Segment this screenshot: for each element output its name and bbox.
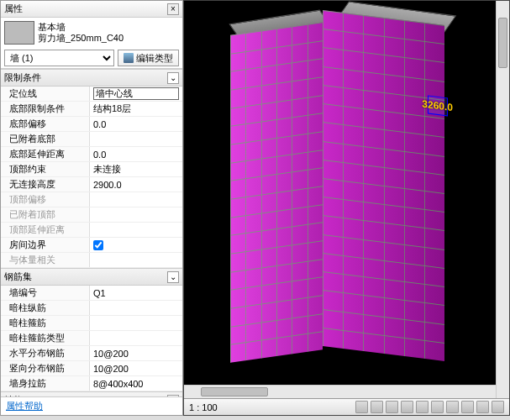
help-link[interactable]: 属性帮助 — [1, 396, 182, 415]
property-label: 暗柱箍筋类型 — [1, 331, 90, 345]
property-input[interactable] — [93, 195, 179, 205]
section-header[interactable]: 限制条件⌄ — [1, 69, 182, 87]
type-selector[interactable]: 基本墙 剪力墙_250mm_C40 — [1, 18, 182, 48]
property-label: 已附着顶部 — [1, 207, 90, 222]
property-row: 已附着顶部 — [1, 207, 182, 223]
property-row: 定位线 — [1, 87, 182, 102]
model-3d: 3260.0 — [213, 13, 488, 390]
property-value[interactable] — [90, 346, 182, 360]
property-input[interactable] — [93, 165, 179, 175]
property-label: 定位线 — [1, 87, 90, 101]
edit-type-button[interactable]: 编辑类型 — [118, 50, 179, 66]
expand-icon[interactable]: ⌄ — [167, 271, 179, 283]
shadows-icon[interactable] — [401, 401, 413, 413]
property-label: 顶部约束 — [1, 162, 90, 176]
property-value[interactable] — [90, 132, 182, 146]
property-label: 暗柱箍筋 — [1, 316, 90, 330]
edit-type-icon — [124, 53, 134, 63]
property-input[interactable] — [93, 225, 179, 235]
rendering-icon[interactable] — [416, 401, 429, 413]
property-input[interactable] — [93, 364, 179, 374]
crop-region-icon[interactable] — [446, 401, 459, 413]
property-row: 暗柱纵筋 — [1, 301, 182, 316]
property-row: 水平分布钢筋 — [1, 346, 182, 361]
property-input[interactable] — [93, 134, 179, 144]
property-label: 与体量相关 — [1, 253, 90, 267]
property-value[interactable] — [90, 147, 182, 161]
property-value[interactable] — [90, 117, 182, 131]
property-input[interactable] — [93, 349, 179, 359]
property-input[interactable] — [93, 379, 179, 389]
property-value[interactable] — [90, 238, 182, 252]
property-value[interactable] — [90, 223, 182, 237]
lock-view-icon[interactable] — [461, 401, 474, 413]
panel-title: 属性 — [4, 3, 167, 15]
property-value[interactable] — [90, 316, 182, 330]
property-value[interactable] — [90, 177, 182, 192]
property-value[interactable] — [90, 192, 182, 207]
property-value[interactable] — [90, 361, 182, 375]
property-value[interactable] — [90, 253, 182, 267]
close-icon[interactable]: × — [167, 3, 179, 15]
property-label: 无连接高度 — [1, 177, 90, 192]
property-input[interactable] — [93, 150, 179, 160]
property-input[interactable] — [93, 119, 179, 129]
property-row: 暗柱箍筋类型 — [1, 331, 182, 346]
property-row: 竖向分布钢筋 — [1, 361, 182, 376]
property-input[interactable] — [93, 318, 179, 328]
property-input[interactable] — [93, 104, 179, 114]
property-value[interactable] — [90, 286, 182, 300]
view-control-icons — [355, 401, 504, 413]
property-input[interactable] — [93, 303, 179, 313]
reveal-hidden-icon[interactable] — [492, 401, 504, 413]
property-row: 墙编号 — [1, 286, 182, 301]
crop-view-icon[interactable] — [431, 401, 444, 413]
property-label: 水平分布钢筋 — [1, 346, 90, 360]
type-text: 基本墙 剪力墙_250mm_C40 — [38, 22, 179, 44]
property-label: 底部限制条件 — [1, 102, 90, 116]
property-value[interactable] — [90, 207, 182, 222]
property-value[interactable] — [90, 87, 182, 101]
property-label: 顶部偏移 — [1, 192, 90, 207]
property-value[interactable] — [90, 102, 182, 116]
temp-hide-icon[interactable] — [476, 401, 489, 413]
sun-path-icon[interactable] — [386, 401, 398, 413]
expand-icon[interactable]: ⌄ — [167, 72, 179, 84]
property-label: 竖向分布钢筋 — [1, 361, 90, 375]
property-input[interactable] — [93, 210, 179, 220]
property-value[interactable] — [90, 162, 182, 176]
property-row: 底部限制条件 — [1, 102, 182, 117]
property-label: 底部延伸距离 — [1, 147, 90, 161]
scale-display[interactable]: 1 : 100 — [189, 402, 218, 412]
panel-header: 属性 × — [1, 1, 182, 18]
property-value[interactable] — [90, 301, 182, 315]
property-label: 顶部延伸距离 — [1, 223, 90, 237]
property-row: 房间边界 — [1, 238, 182, 253]
property-label: 暗柱纵筋 — [1, 301, 90, 315]
property-row: 顶部延伸距离 — [1, 223, 182, 238]
property-input[interactable] — [93, 333, 179, 344]
property-row: 顶部偏移 — [1, 192, 182, 207]
filter-select[interactable]: 墙 (1) — [4, 50, 114, 66]
type-swatch — [4, 21, 34, 45]
visual-style-icon[interactable] — [371, 401, 383, 413]
property-label: 房间边界 — [1, 238, 90, 252]
viewport-3d[interactable]: 3260.0 1 : 100 — [183, 0, 510, 416]
property-value[interactable] — [90, 331, 182, 345]
property-input[interactable] — [93, 255, 179, 265]
property-input[interactable] — [93, 288, 179, 298]
section-header[interactable]: 钢筋集⌄ — [1, 268, 182, 286]
property-label: 墙编号 — [1, 286, 90, 300]
scrollbar-vertical[interactable] — [496, 1, 509, 398]
property-input[interactable] — [93, 180, 179, 190]
detail-level-icon[interactable] — [355, 401, 368, 413]
property-row: 墙身拉筋 — [1, 376, 182, 391]
property-row: 与体量相关 — [1, 253, 182, 268]
property-input[interactable] — [93, 87, 179, 100]
view-control-bar: 1 : 100 — [184, 398, 509, 415]
property-checkbox[interactable] — [93, 240, 103, 250]
property-value[interactable] — [90, 376, 182, 391]
scrollbar-horizontal[interactable] — [184, 385, 496, 398]
tower-right: 3260.0 — [323, 10, 444, 361]
property-label: 已附着底部 — [1, 132, 90, 146]
